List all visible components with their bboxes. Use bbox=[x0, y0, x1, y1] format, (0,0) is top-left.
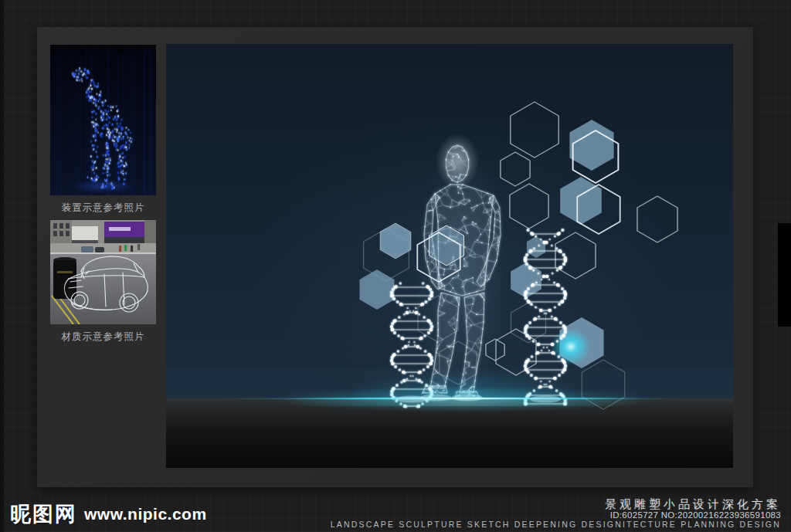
presentation-board: 装置示意参考照片 材质示意参考照片 bbox=[37, 27, 753, 487]
wireframe-car-image bbox=[50, 220, 156, 324]
concept-rendering bbox=[166, 44, 733, 468]
installation-photo-caption: 装置示意参考照片 bbox=[50, 202, 156, 213]
project-title-cn: 景观雕塑小品设计深化方案 bbox=[331, 497, 781, 510]
nipic-logo-text: 昵图网 bbox=[10, 500, 77, 528]
right-edge-black-block bbox=[778, 223, 791, 327]
installation-reference-photo bbox=[50, 45, 156, 195]
led-installation-image bbox=[50, 45, 156, 195]
material-photo-caption: 材质示意参考照片 bbox=[50, 331, 156, 342]
nipic-url-text: www.nipic.com bbox=[84, 505, 207, 524]
material-reference-photo bbox=[50, 220, 156, 324]
project-title-en: LANDSCAPE SCULPTURE SKETCH DEEPENING DES… bbox=[331, 520, 781, 530]
left-edge-strip bbox=[0, 0, 4, 532]
sculpture-rendering-image bbox=[166, 44, 733, 468]
watermark: 昵图网 www.nipic.com bbox=[10, 500, 207, 528]
screenshot-root: 装置示意参考照片 材质示意参考照片 景观雕塑小品设计深化方案 ID:602572… bbox=[0, 0, 791, 532]
credits-block: 景观雕塑小品设计深化方案 ID:6025727 NO:2020021622393… bbox=[331, 497, 781, 530]
stock-id-line: ID:6025727 NO:20200216223936591083 bbox=[331, 510, 781, 520]
